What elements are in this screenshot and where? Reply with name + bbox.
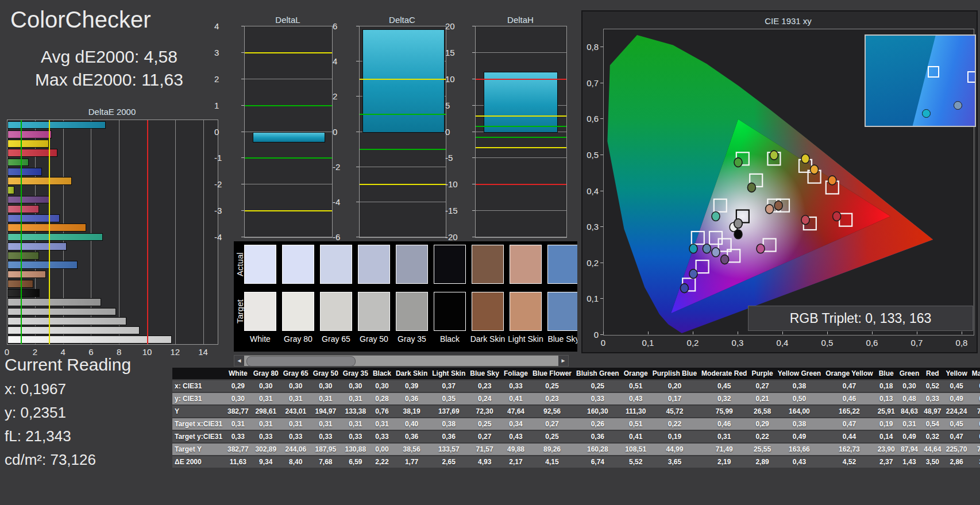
max-de2000-readout: Max dE2000: 11,63	[0, 70, 218, 90]
cell: 2,37	[875, 456, 897, 468]
cie-measured-light-skin	[766, 205, 774, 214]
tick-mark	[241, 105, 244, 106]
scrollbar-thumb[interactable]	[246, 356, 356, 367]
swatch-target-gray-50[interactable]	[358, 292, 390, 331]
cell: 7,68	[311, 456, 341, 468]
swatch-actual-light-skin[interactable]	[510, 245, 542, 284]
swatch-target-dark-skin[interactable]	[472, 292, 504, 331]
cell: 0,38	[775, 418, 823, 430]
scroll-right-arrow-icon[interactable]: ►	[558, 356, 568, 366]
cell: 2,86	[943, 456, 969, 468]
deltae-gridline	[203, 120, 204, 344]
cell: 225,70	[943, 444, 969, 455]
deltae-bar-cyan	[7, 121, 106, 129]
swatch-target-white[interactable]	[244, 292, 276, 331]
cell: 2,89	[749, 456, 775, 468]
swatch-label: Gray 50	[355, 334, 393, 344]
swatch-target-gray-65[interactable]	[320, 292, 352, 331]
tick-mark	[241, 157, 244, 158]
deltah-green-limit-line	[476, 137, 566, 138]
swatch-actual-gray-35[interactable]	[396, 245, 428, 284]
chart-title-deltah: DeltaH	[475, 15, 566, 25]
cell: 0,34	[501, 418, 530, 430]
cell: 0,51	[622, 380, 650, 392]
cell: 0,52	[921, 380, 943, 392]
column-header-gray-35: Gray 35	[341, 368, 371, 379]
deltah-green-limit-line	[476, 126, 566, 127]
cell: 160,30	[574, 406, 622, 417]
cie-measured-orange	[828, 176, 836, 185]
cie-x-tick	[872, 331, 873, 334]
deltae-bar-blue-flower	[7, 242, 67, 250]
tick-mark	[472, 26, 475, 26]
cell: 0,47	[823, 418, 875, 430]
cell: 3,09	[970, 456, 980, 468]
deltae2000-chart-title: DeltaE 2000	[7, 107, 217, 117]
deltae-bar-light-skin	[7, 271, 46, 279]
cell: 0,43	[501, 431, 530, 442]
column-header-blue-sky: Blue Sky	[468, 368, 501, 379]
cell: 160,28	[574, 444, 622, 455]
deltac-tick-label: 2	[333, 91, 356, 101]
cell: 84,63	[897, 406, 922, 417]
cell: 71,57	[468, 444, 501, 455]
cie-y-tick	[600, 263, 603, 263]
deltah-tick-label: -5	[445, 153, 472, 163]
deltal-yellow-limit-line	[245, 210, 332, 211]
cell: 243,01	[281, 406, 311, 417]
cell: 71,49	[699, 444, 749, 455]
swatch-actual-gray-65[interactable]	[320, 245, 352, 284]
column-header-yellow: Yellow	[943, 368, 969, 379]
swatch-scrollbar[interactable]: ◄ ►	[234, 355, 569, 367]
swatch-target-gray-80[interactable]	[282, 292, 314, 331]
cell: 44,99	[650, 444, 699, 455]
cell: 130,88	[341, 444, 371, 455]
tick-mark	[241, 26, 244, 26]
cie-x-axis: 00,10,20,30,40,50,60,70,8	[582, 337, 979, 348]
swatch-actual-gray-80[interactable]	[282, 245, 314, 284]
cell: 187,95	[311, 444, 341, 455]
cell: 0,40	[393, 418, 430, 430]
deltal-tick-label: -3	[214, 206, 241, 215]
swatch-target-light-skin[interactable]	[510, 292, 542, 331]
cell: 0,25	[530, 380, 574, 392]
cie-measured-orange-yellow	[811, 165, 819, 174]
swatch-actual-gray-50[interactable]	[358, 245, 390, 284]
swatch-actual-dark-skin[interactable]	[472, 245, 504, 284]
swatch-label: Gray 35	[393, 334, 431, 344]
cie-measured-blue-sky	[703, 244, 711, 253]
deltal-green-limit-line	[245, 157, 332, 159]
deltae-bar-orange-yellow	[7, 177, 72, 185]
cell: 0,33	[281, 431, 311, 442]
swatch-label: Blue Sky	[545, 334, 577, 344]
column-header-black: Black	[371, 368, 393, 379]
cie-y-tick	[600, 226, 603, 227]
swatch-actual-blue-sky[interactable]	[547, 245, 577, 284]
deltae-yellow-limit-line	[49, 120, 50, 344]
swatch-actual-white[interactable]	[244, 245, 276, 284]
deltah-tick-label: 10	[445, 74, 472, 83]
cie-measured-blue	[680, 284, 688, 293]
swatch-actual-black[interactable]	[434, 245, 466, 284]
swatch-target-gray-35[interactable]	[396, 292, 428, 331]
deltae-bar-gray-50	[7, 308, 116, 316]
cell: 0,49	[775, 431, 823, 442]
cell: 0,17	[650, 393, 699, 404]
row-label: Target Y	[172, 444, 225, 455]
cell: 0,31	[311, 418, 341, 430]
cell: 137,69	[430, 406, 468, 417]
swatch-target-black[interactable]	[434, 292, 466, 331]
swatch-target-blue-sky[interactable]	[547, 292, 577, 331]
cell: 0,30	[281, 380, 311, 392]
gridline	[476, 210, 566, 211]
cell: 0,33	[371, 431, 393, 442]
cie-1931-panel: CIE 1931 xy 0,80,70,60,50,40,30,20,10 00…	[581, 10, 978, 353]
cie-x-tick-label: 0,4	[777, 338, 789, 348]
deltac-tick-label: 6	[333, 21, 356, 31]
cell: 0,30	[897, 380, 922, 392]
cell: 0,45	[943, 380, 969, 392]
scroll-left-arrow-icon[interactable]: ◄	[234, 356, 244, 366]
row-label: Target y:CIE31	[172, 431, 225, 442]
cell: 0,45	[943, 418, 969, 430]
cie-x-tick	[827, 331, 828, 334]
